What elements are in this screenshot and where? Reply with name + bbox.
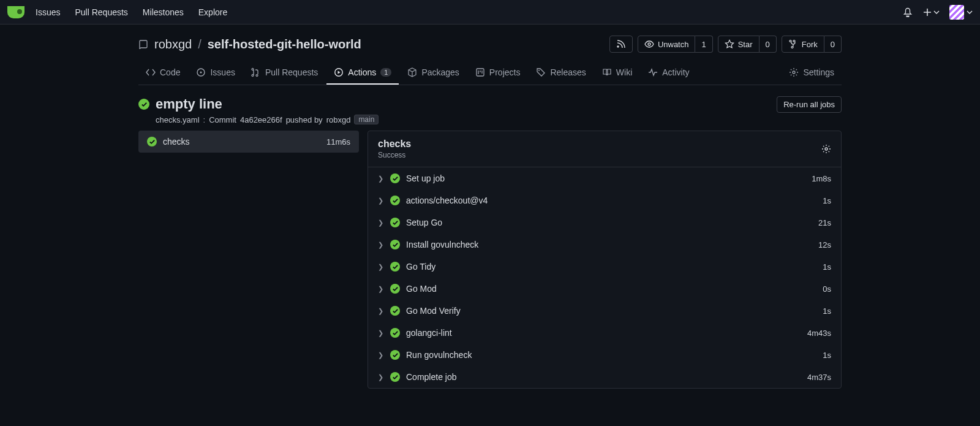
chevron-right-icon: ❯ xyxy=(378,285,384,293)
package-icon xyxy=(407,67,417,77)
repo-header: robxgd / self-hosted-git-hello-world Unw… xyxy=(138,25,842,85)
unwatch-button[interactable]: Unwatch xyxy=(638,36,696,53)
step-duration: 1s xyxy=(823,351,831,360)
step-duration: 4m37s xyxy=(807,373,831,382)
repo-link[interactable]: self-hosted-git-hello-world xyxy=(208,37,361,51)
actions-count: 1 xyxy=(380,68,391,77)
chevron-right-icon: ❯ xyxy=(378,241,384,249)
tab-code-label: Code xyxy=(160,67,180,77)
pulse-icon xyxy=(648,67,658,77)
step-name: Setup Go xyxy=(406,218,442,227)
step-status-icon xyxy=(390,306,400,316)
issue-icon xyxy=(196,67,206,77)
run-header: empty line checks.yaml: Commit 4a62ee266… xyxy=(138,85,842,131)
step-row[interactable]: ❯golangci-lint4m43s xyxy=(368,322,841,344)
tab-pr-label: Pull Requests xyxy=(265,67,318,77)
step-row[interactable]: ❯Go Mod Verify1s xyxy=(368,300,841,322)
owner-link[interactable]: robxgd xyxy=(154,37,192,51)
chevron-right-icon: ❯ xyxy=(378,263,384,271)
chevron-right-icon: ❯ xyxy=(378,329,384,337)
step-status-icon xyxy=(390,328,400,338)
tab-pull-requests[interactable]: Pull Requests xyxy=(244,61,325,85)
create-menu[interactable] xyxy=(922,7,940,17)
nav-explore[interactable]: Explore xyxy=(198,7,227,17)
step-row[interactable]: ❯Run govulncheck1s xyxy=(368,344,841,366)
step-row[interactable]: ❯Go Tidy1s xyxy=(368,256,841,278)
watch-count[interactable]: 1 xyxy=(695,36,712,53)
fork-count[interactable]: 0 xyxy=(824,36,842,53)
tab-code[interactable]: Code xyxy=(138,61,187,85)
pushed-by-user[interactable]: robxgd xyxy=(326,115,351,124)
step-row[interactable]: ❯Setup Go21s xyxy=(368,211,841,234)
tab-packages[interactable]: Packages xyxy=(400,61,466,85)
job-settings-button[interactable] xyxy=(821,144,831,154)
fork-button[interactable]: Fork xyxy=(782,36,824,53)
step-row[interactable]: ❯Set up job1m8s xyxy=(368,167,841,189)
rerun-all-button[interactable]: Re-run all jobs xyxy=(777,96,842,113)
tab-wiki[interactable]: Wiki xyxy=(595,61,639,85)
step-name: Go Mod Verify xyxy=(406,306,461,316)
star-count[interactable]: 0 xyxy=(760,36,777,53)
tab-projects[interactable]: Projects xyxy=(468,61,528,85)
tab-actions-label: Actions xyxy=(348,67,376,77)
project-icon xyxy=(475,67,485,77)
step-duration: 4m43s xyxy=(807,329,831,338)
play-icon xyxy=(334,67,344,77)
tab-issues-label: Issues xyxy=(210,67,235,77)
pr-icon xyxy=(251,67,261,77)
step-name: actions/checkout@v4 xyxy=(406,196,488,205)
chevron-right-icon: ❯ xyxy=(378,351,384,359)
workflow-file[interactable]: checks.yaml xyxy=(156,115,200,124)
star-label: Star xyxy=(738,40,753,49)
tab-activity-label: Activity xyxy=(662,67,689,77)
job-duration: 11m6s xyxy=(326,137,350,146)
star-button[interactable]: Star xyxy=(718,36,760,53)
tab-actions[interactable]: Actions 1 xyxy=(326,61,399,85)
steps-title: checks xyxy=(378,139,411,150)
settings-icon xyxy=(789,67,799,77)
svg-point-7 xyxy=(825,148,827,150)
repo-tabs: Code Issues Pull Requests Actions 1 Pack… xyxy=(138,61,842,85)
step-duration: 1s xyxy=(823,306,831,316)
run-title: empty line xyxy=(156,96,222,112)
fork-icon xyxy=(788,39,798,49)
step-row[interactable]: ❯Go Mod0s xyxy=(368,278,841,300)
svg-point-0 xyxy=(648,43,650,45)
code-icon xyxy=(146,67,156,77)
steps-status: Success xyxy=(378,151,411,159)
rss-button[interactable] xyxy=(609,36,633,53)
tab-releases[interactable]: Releases xyxy=(529,61,593,85)
svg-point-6 xyxy=(793,71,795,74)
job-name: checks xyxy=(163,137,190,146)
tab-settings[interactable]: Settings xyxy=(782,61,842,85)
step-name: Go Mod xyxy=(406,284,437,294)
step-duration: 1m8s xyxy=(812,174,831,183)
commit-hash[interactable]: 4a62ee266f xyxy=(240,115,282,124)
branch-chip[interactable]: main xyxy=(354,115,379,124)
job-item[interactable]: checks 11m6s xyxy=(138,131,359,153)
nav-pull-requests[interactable]: Pull Requests xyxy=(75,7,127,17)
tab-releases-label: Releases xyxy=(550,67,586,77)
run-status-icon xyxy=(138,99,149,110)
step-row[interactable]: ❯actions/checkout@v41s xyxy=(368,189,841,211)
step-status-icon xyxy=(390,372,400,382)
chevron-right-icon: ❯ xyxy=(378,197,384,205)
step-status-icon xyxy=(390,173,400,183)
nav-milestones[interactable]: Milestones xyxy=(143,7,184,17)
step-row[interactable]: ❯Install govulncheck12s xyxy=(368,234,841,256)
step-name: Complete job xyxy=(406,372,457,382)
nav-issues[interactable]: Issues xyxy=(36,7,60,17)
gear-icon xyxy=(821,144,831,154)
fork-label: Fork xyxy=(802,40,818,49)
step-row[interactable]: ❯Complete job4m37s xyxy=(368,366,841,388)
step-status-icon xyxy=(390,262,400,272)
chevron-right-icon: ❯ xyxy=(378,373,384,381)
user-menu[interactable] xyxy=(949,5,973,20)
notifications-icon[interactable] xyxy=(903,7,913,17)
tab-issues[interactable]: Issues xyxy=(189,61,242,85)
tab-activity[interactable]: Activity xyxy=(641,61,696,85)
site-logo[interactable] xyxy=(7,6,24,18)
step-name: Install govulncheck xyxy=(406,240,478,249)
repo-title: robxgd / self-hosted-git-hello-world xyxy=(138,37,361,51)
chevron-right-icon: ❯ xyxy=(378,307,384,315)
